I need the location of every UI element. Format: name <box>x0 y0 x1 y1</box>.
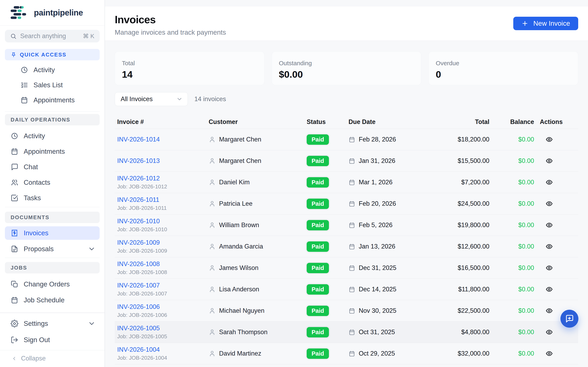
customer-cell: Sarah Thompson <box>206 328 307 336</box>
actions-cell <box>534 328 578 336</box>
section-header-label: JOBS <box>11 265 27 271</box>
stat-label: Outstanding <box>279 60 421 67</box>
user-icon <box>209 222 216 229</box>
calendar-icon <box>348 136 355 143</box>
status-cell: Paid <box>307 327 348 337</box>
sidebar-item-activity[interactable]: Activity <box>0 128 104 144</box>
sidebar-item-tasks[interactable]: Tasks <box>0 190 104 206</box>
status-badge: Paid <box>307 263 329 273</box>
invoice-link[interactable]: INV-2026-1008 <box>117 260 160 267</box>
invoice-link[interactable]: INV-2026-1007 <box>117 282 160 289</box>
actions-cell <box>534 179 578 186</box>
brand-logo-row: paintpipeline <box>0 0 104 26</box>
invoice-link[interactable]: INV-2026-1004 <box>117 346 160 353</box>
customer-cell: Amanda Garcia <box>206 243 307 250</box>
calendar-icon <box>11 296 18 304</box>
collapse-label: Collapse <box>21 355 46 362</box>
job-label: Job: JOB-2026-1005 <box>117 333 206 340</box>
global-search[interactable]: ⌘ K <box>5 30 100 42</box>
gear-icon <box>11 320 18 327</box>
stat-label: Total <box>122 60 264 67</box>
divider <box>5 258 100 258</box>
clock-icon <box>11 132 18 140</box>
invoice-link[interactable]: INV-2026-1006 <box>117 303 160 310</box>
sidebar-item-invoices[interactable]: Invoices <box>5 226 100 240</box>
search-icon <box>10 33 17 39</box>
actions-cell <box>534 264 578 272</box>
total-cell: $12,600.00 <box>419 243 489 250</box>
due-date: Oct 29, 2025 <box>359 350 395 357</box>
job-label: Job: JOB-2026-1007 <box>117 291 206 297</box>
due-date-cell: Feb 5, 2026 <box>348 221 419 229</box>
invoice-link[interactable]: INV-2026-1013 <box>117 157 160 164</box>
check-square-icon <box>11 194 18 202</box>
status-cell: Paid <box>307 242 348 252</box>
table-row: INV-2026-1014Margaret ChenPaidFeb 28, 20… <box>115 129 578 150</box>
user-icon <box>209 157 216 164</box>
sidebar-item-job-schedule[interactable]: Job Schedule <box>0 292 104 308</box>
eye-icon <box>545 286 553 293</box>
invoice-filter-select[interactable]: All Invoices <box>115 92 188 106</box>
total-cell: $4,800.00 <box>419 328 489 336</box>
chat-icon <box>11 163 18 171</box>
sidebar-item-change-orders[interactable]: Change Orders <box>0 276 104 292</box>
sidebar-item-appointments[interactable]: Appointments <box>0 92 104 108</box>
status-cell: Paid <box>307 220 348 230</box>
invoice-link[interactable]: INV-2026-1012 <box>117 175 160 182</box>
search-input[interactable] <box>20 33 79 40</box>
chevron-down-icon <box>176 96 183 102</box>
user-icon <box>209 179 216 186</box>
quick-access-header[interactable]: QUICK ACCESS <box>5 49 100 60</box>
new-message-fab[interactable] <box>561 310 579 328</box>
invoice-cell: INV-2026-1010Job: JOB-2026-1010 <box>115 217 206 233</box>
user-icon <box>209 200 216 207</box>
customer-name: Patricia Lee <box>219 200 252 207</box>
sidebar-item-chat[interactable]: Chat <box>0 159 104 175</box>
job-label: Job: JOB-2026-1012 <box>117 184 206 190</box>
sidebar-item-activity[interactable]: Activity <box>0 62 104 77</box>
eye-icon <box>545 264 553 272</box>
sidebar-item-label: Tasks <box>24 194 41 202</box>
new-invoice-button[interactable]: New Invoice <box>513 17 578 30</box>
column-header-status: Status <box>307 118 348 125</box>
view-invoice-button[interactable] <box>534 179 553 186</box>
invoice-link[interactable]: INV-2026-1014 <box>117 136 160 143</box>
invoice-link[interactable]: INV-2026-1010 <box>117 217 160 225</box>
user-icon <box>209 243 216 250</box>
due-date: Feb 28, 2026 <box>359 136 396 143</box>
due-date-cell: Feb 20, 2026 <box>348 200 419 207</box>
sidebar-collapse[interactable]: Collapse <box>0 350 104 367</box>
view-invoice-button[interactable] <box>534 157 553 165</box>
sidebar-item-settings[interactable]: Settings <box>0 317 104 331</box>
view-invoice-button[interactable] <box>534 243 553 250</box>
status-badge: Paid <box>307 156 329 166</box>
total-cell: $19,800.00 <box>419 221 489 229</box>
calendar-icon <box>20 96 28 104</box>
sidebar-item-sign-out[interactable]: Sign Out <box>0 333 104 347</box>
customer-name: James Wilson <box>219 264 259 272</box>
view-invoice-button[interactable] <box>534 221 553 229</box>
total-cell: $16,500.00 <box>419 264 489 272</box>
view-invoice-button[interactable] <box>534 350 553 357</box>
view-invoice-button[interactable] <box>534 286 553 293</box>
sidebar-item-appointments[interactable]: Appointments <box>0 144 104 159</box>
sidebar-item-label: Sales List <box>34 81 63 89</box>
sidebar-item-sales-list[interactable]: Sales List <box>0 77 104 92</box>
invoice-link[interactable]: INV-2026-1011 <box>117 196 159 203</box>
balance-cell: $0.00 <box>489 350 534 357</box>
sidebar-item-contacts[interactable]: Contacts <box>0 175 104 190</box>
view-invoice-button[interactable] <box>534 200 553 207</box>
main-content: Invoices Manage invoices and track payme… <box>105 0 588 367</box>
invoice-link[interactable]: INV-2026-1009 <box>117 239 160 246</box>
customer-name: Daniel Kim <box>219 179 250 186</box>
status-badge: Paid <box>307 199 329 209</box>
sidebar-item-proposals[interactable]: Proposals <box>0 242 104 256</box>
view-invoice-button[interactable] <box>534 307 553 314</box>
view-invoice-button[interactable] <box>534 136 553 143</box>
balance-cell: $0.00 <box>489 328 534 336</box>
view-invoice-button[interactable] <box>534 328 553 336</box>
view-invoice-button[interactable] <box>534 264 553 272</box>
due-date: Dec 31, 2025 <box>359 264 396 272</box>
customer-name: Lisa Anderson <box>219 286 259 293</box>
invoice-link[interactable]: INV-2026-1005 <box>117 325 160 332</box>
